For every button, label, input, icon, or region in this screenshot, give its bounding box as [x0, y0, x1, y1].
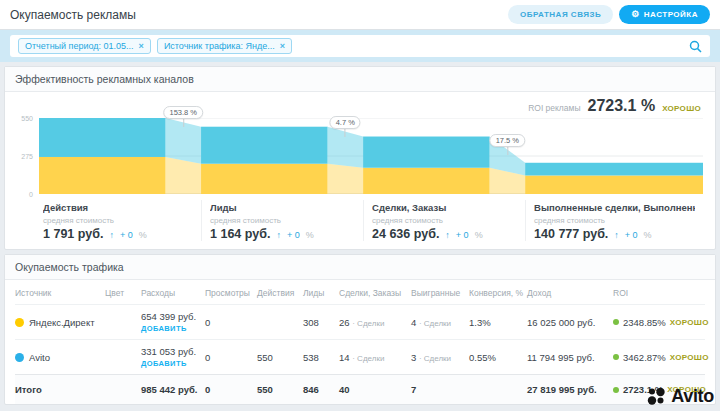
- add-expenses-link[interactable]: ДОБАВИТЬ: [141, 359, 187, 368]
- leads-value: 538: [303, 348, 339, 367]
- income-value: 16 025 000 руб.: [527, 313, 613, 332]
- col-roi: ROI: [613, 280, 705, 304]
- actions-value: [257, 318, 303, 326]
- col-expenses: Расходы: [141, 280, 205, 304]
- table-row-yandex: Яндекс.Директ 654 399 руб. ДОБАВИТЬ 0 30…: [15, 304, 705, 339]
- stage-cost-value: 1 791 руб.: [43, 227, 103, 241]
- won-value: 3: [411, 352, 416, 363]
- stage-card-actions: Действия средняя стоимость 1 791 руб. ↑ …: [39, 200, 201, 241]
- stage-title: Выполненные сделки, Выполненные заказы: [534, 202, 695, 213]
- source-name: Avito: [29, 352, 50, 363]
- traffic-panel: Окупаемость трафика Источник Цвет Расход…: [4, 254, 716, 405]
- total-deals: 40: [339, 380, 411, 399]
- filter-chip-source-label: Источник трафика: Янде...: [164, 41, 275, 51]
- total-expenses: 985 442 руб.: [141, 380, 205, 399]
- table-row-avito: Avito 331 053 руб. ДОБАВИТЬ 0 550 538 14…: [15, 339, 705, 374]
- views-value: 0: [205, 348, 257, 367]
- stage-card-completed: Выполненные сделки, Выполненные заказы с…: [525, 200, 703, 241]
- col-income: Доход: [527, 280, 613, 304]
- stage-cost-value: 24 636 руб.: [372, 227, 439, 241]
- stage-cost-value: 140 777 руб.: [534, 227, 608, 241]
- roi-label: ROI рекламы: [528, 103, 580, 113]
- stage-delta: + 0: [287, 230, 300, 240]
- stage-title: Действия: [43, 202, 193, 213]
- roi-value: 2723.1 %: [588, 97, 656, 115]
- close-icon[interactable]: ×: [280, 41, 285, 51]
- deals-unit: · Сделки: [352, 354, 384, 363]
- table-header-row: Источник Цвет Расходы Просмотры Действия…: [15, 280, 705, 304]
- filter-chip-source[interactable]: Источник трафика: Янде... ×: [157, 38, 292, 54]
- y-tick-label: 550: [21, 115, 33, 122]
- stage-cost-label: средняя стоимость: [210, 216, 355, 225]
- actions-value: 550: [257, 348, 303, 367]
- stage-delta-unit: %: [644, 230, 652, 240]
- page-title: Окупаемость рекламы: [10, 8, 136, 22]
- expenses-value: 654 399 руб.: [141, 311, 203, 322]
- col-views: Просмотры: [205, 280, 257, 304]
- funnel-svg: [39, 118, 703, 194]
- source-name: Яндекс.Директ: [29, 317, 95, 328]
- roi-status-badge: ХОРОШО: [662, 104, 701, 113]
- feedback-button-label: ОБРАТНАЯ СВЯЗЬ: [520, 10, 601, 19]
- roi-status-badge: ХОРОШО: [670, 318, 709, 327]
- views-value: 0: [205, 313, 257, 332]
- roi-value: 2348.85%: [623, 317, 666, 328]
- won-unit: · Сделки: [419, 354, 451, 363]
- total-income: 27 819 995 руб.: [527, 380, 613, 399]
- total-label: Итого: [15, 380, 105, 399]
- conversion-value: 1.3%: [469, 313, 527, 332]
- avito-logo-icon: [647, 387, 666, 406]
- table-row-total: Итого 985 442 руб. 0 550 846 40 7 27 819…: [15, 374, 705, 404]
- roi-value: 3462.87%: [623, 352, 666, 363]
- total-views: 0: [205, 380, 257, 399]
- total-conversion: [469, 386, 527, 394]
- stage-cost-label: средняя стоимость: [372, 216, 517, 225]
- effectiveness-body: ROI рекламы 2723.1 % ХОРОШО 5502750 153.…: [5, 92, 715, 249]
- filter-input[interactable]: [298, 41, 683, 51]
- col-color: Цвет: [105, 280, 141, 304]
- deals-unit: · Сделки: [352, 319, 384, 328]
- stage-title: Лиды: [210, 202, 355, 213]
- top-bar: Окупаемость рекламы ОБРАТНАЯ СВЯЗЬ ⚙ НАС…: [0, 0, 720, 30]
- avito-watermark: Avito: [647, 386, 714, 407]
- funnel-y-axis: 5502750: [17, 96, 35, 194]
- effectiveness-panel-title: Эффективность рекламных каналов: [5, 67, 715, 92]
- traffic-panel-title: Окупаемость трафика: [5, 255, 715, 280]
- leads-value: 308: [303, 313, 339, 332]
- roi-good-dot-icon: [613, 354, 619, 360]
- close-icon[interactable]: ×: [139, 41, 144, 51]
- gear-icon: ⚙: [631, 10, 640, 19]
- col-actions: Действия: [257, 280, 303, 304]
- col-deals: Сделки, Заказы: [339, 280, 411, 304]
- col-conversion: Конверсия, %: [469, 280, 527, 304]
- settings-button-label: НАСТРОЙКА: [644, 10, 698, 19]
- stage-cost-label: средняя стоимость: [534, 216, 695, 225]
- deals-value: 26: [339, 317, 350, 328]
- filter-chip-period[interactable]: Отчетный период: 01.05... ×: [18, 38, 151, 54]
- won-value: 4: [411, 317, 416, 328]
- up-arrow-icon: ↑: [276, 230, 281, 240]
- filter-search-field[interactable]: Отчетный период: 01.05... × Источник тра…: [10, 35, 710, 57]
- income-value: 11 794 995 руб.: [527, 348, 613, 367]
- stage-delta-unit: %: [306, 230, 314, 240]
- effectiveness-panel: Эффективность рекламных каналов ROI рекл…: [4, 66, 716, 250]
- roi-summary: ROI рекламы 2723.1 % ХОРОШО: [528, 97, 701, 115]
- col-leads: Лиды: [303, 280, 339, 304]
- page: { "colors": { "accent": "#00aaff", "stat…: [0, 0, 720, 411]
- filter-chip-period-label: Отчетный период: 01.05...: [25, 41, 134, 51]
- y-tick-label: 0: [29, 191, 33, 198]
- add-expenses-link[interactable]: ДОБАВИТЬ: [141, 324, 187, 333]
- stage-cost-value: 1 164 руб.: [210, 227, 270, 241]
- total-won: 7: [411, 380, 469, 399]
- stage-cards: Действия средняя стоимость 1 791 руб. ↑ …: [39, 200, 703, 241]
- stage-delta-unit: %: [475, 230, 483, 240]
- avito-icon: [15, 353, 24, 362]
- settings-button[interactable]: ⚙ НАСТРОЙКА: [619, 5, 710, 24]
- deals-value: 14: [339, 352, 350, 363]
- filter-bar: Отчетный период: 01.05... × Источник тра…: [0, 30, 720, 62]
- stage-delta: + 0: [456, 230, 469, 240]
- feedback-button[interactable]: ОБРАТНАЯ СВЯЗЬ: [508, 5, 613, 24]
- search-icon[interactable]: [689, 40, 702, 53]
- topbar-actions: ОБРАТНАЯ СВЯЗЬ ⚙ НАСТРОЙКА: [508, 5, 710, 24]
- expenses-value: 331 053 руб.: [141, 346, 203, 357]
